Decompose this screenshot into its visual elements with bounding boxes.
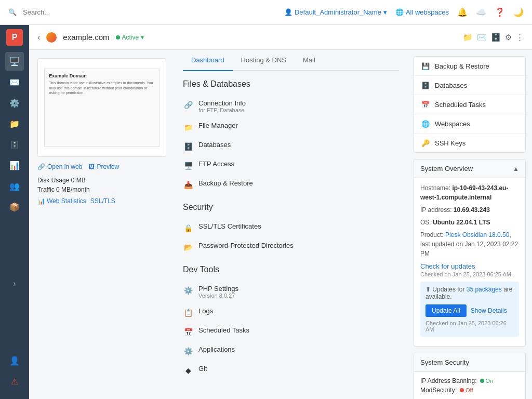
system-overview-header: System Overview ▲ — [414, 159, 525, 178]
content-area: ‹ example.com Active ▾ 📁 ✉️ 🗄️ ⚙ ⋮ — [29, 25, 532, 399]
git-item[interactable]: ◆ Git — [183, 361, 399, 380]
connection-info-icon: 🔗 — [183, 100, 193, 110]
quick-webspaces[interactable]: 🌐 Webspaces — [414, 114, 525, 134]
password-dirs-item[interactable]: 📂 Password-Protected Directories — [183, 237, 399, 257]
chart-icon: 📊 — [37, 197, 45, 205]
connection-info-item[interactable]: 🔗 Connection Info for FTP, Database — [183, 95, 399, 117]
sidebar-item-statistics[interactable]: 📊 — [5, 156, 24, 175]
php-settings-label: PHP Settings — [198, 285, 238, 292]
quick-ssh-keys[interactable]: 🔑 SSH Keys — [414, 134, 525, 152]
system-overview-section: System Overview ▲ Hostname: ip-10-69-43-… — [414, 159, 526, 347]
product-link[interactable]: Plesk Obsidian 18.0.50 — [445, 231, 509, 238]
scheduled-tasks-item[interactable]: 📅 Scheduled Tasks — [183, 322, 399, 341]
scheduled-tasks-label: Scheduled Tasks — [198, 326, 249, 334]
ftp-access-item[interactable]: 🖥️ FTP Access — [183, 156, 399, 175]
ip-banning-row: IP Address Banning: On — [420, 377, 519, 384]
preview-mock-text: This domain is for use in illustrative e… — [49, 81, 154, 96]
update-banner-text: ⬆ Updates for 35 packages are available. — [425, 286, 514, 300]
settings-sliders-icon[interactable]: ⚙ — [505, 33, 512, 42]
preview-mock-title: Example Domain — [49, 73, 154, 78]
ftp-access-label: FTP Access — [198, 160, 234, 168]
packages-link[interactable]: 35 packages — [467, 286, 502, 293]
db-quick-icon: 🗄️ — [420, 80, 431, 90]
quick-backup-restore[interactable]: 💾 Backup & Restore — [414, 57, 525, 76]
ssl-tls-link[interactable]: SSL/TLS — [90, 197, 115, 205]
modsecurity-dot — [460, 388, 464, 392]
disk-usage: Disk Usage 0 MB — [37, 177, 166, 184]
update-icon: ⬆ — [425, 286, 431, 293]
show-details-button[interactable]: Show Details — [471, 307, 507, 314]
tab-hosting-dns[interactable]: Hosting & DNS — [233, 50, 295, 71]
quick-scheduled-tasks[interactable]: 📅 Scheduled Tasks — [414, 95, 525, 114]
file-manager-icon[interactable]: 📁 — [463, 33, 473, 42]
sidebar-item-websites[interactable]: 🖥️ — [5, 52, 24, 71]
ssl-tls-icon: 🔒 — [183, 223, 193, 233]
system-security-section: System Security IP Address Banning: On M… — [414, 353, 526, 399]
system-overview-content: Hostname: ip-10-69-43-243.eu-west-1.comp… — [414, 178, 525, 346]
update-all-button[interactable]: Update All — [425, 304, 467, 317]
backup-restore-label: Backup & Restore — [198, 179, 253, 187]
product-row: Product: Plesk Obsidian 18.0.50, last up… — [420, 230, 519, 258]
sidebar-item-alert[interactable]: ⚠ — [5, 372, 24, 391]
sidebar-item-databases-nav[interactable]: 🗄️ — [5, 135, 24, 154]
cloud-icon[interactable]: ☁️ — [476, 7, 486, 17]
search-input[interactable] — [23, 8, 168, 16]
preview-mock: Example Domain This domain is for use in… — [44, 69, 159, 147]
system-overview-toggle[interactable]: ▲ — [513, 165, 519, 172]
file-manager-item[interactable]: 📁 File Manager — [183, 117, 399, 137]
more-options-icon[interactable]: ⋮ — [516, 33, 524, 42]
database-icon[interactable]: 🗄️ — [491, 33, 501, 42]
open-in-web-link[interactable]: 🔗 Open in web — [37, 163, 82, 170]
sidebar-item-users[interactable]: 👥 — [5, 177, 24, 195]
webspaces-icon: 🌐 — [420, 118, 431, 129]
tab-dashboard[interactable]: Dashboard — [183, 50, 233, 71]
status-chevron-icon: ▾ — [141, 34, 144, 41]
sidebar-item-extensions[interactable]: 📦 — [5, 197, 24, 216]
logs-item[interactable]: 📋 Logs — [183, 303, 399, 322]
topbar: 🔍 👤 Default_Administrator_Name ▾ 🌐 All w… — [0, 0, 532, 25]
traffic: Traffic 0 MB/month — [37, 186, 166, 193]
sidebar-item-mail[interactable]: ✉️ — [5, 73, 24, 91]
back-button[interactable]: ‹ — [37, 33, 40, 42]
ip-banning-dot — [480, 379, 484, 383]
notifications-icon[interactable]: 🔔 — [457, 7, 468, 17]
backup-restore-item[interactable]: 📥 Backup & Restore — [183, 175, 399, 194]
databases-item[interactable]: 🗄️ Databases — [183, 137, 399, 156]
logs-icon: 📋 — [183, 308, 193, 318]
preview-links: 🔗 Open in web 🖼 Preview — [37, 163, 166, 170]
checked-on2: Checked on Jan 25, 2023 06:26 AM — [425, 320, 514, 332]
tab-mail[interactable]: Mail — [295, 50, 324, 71]
checked-on-text: Checked on Jan 25, 2023 06:25 AM. — [420, 271, 519, 277]
hostname-row: Hostname: ip-10-69-43-243.eu-west-1.comp… — [420, 183, 519, 202]
main-panel: Dashboard Hosting & DNS Mail Files & Dat… — [175, 50, 407, 399]
php-settings-item[interactable]: ⚙️ PHP Settings Version 8.0.27 — [183, 281, 399, 303]
logs-label: Logs — [198, 307, 213, 315]
check-updates-link[interactable]: Check for updates — [420, 262, 519, 270]
topbar-user[interactable]: 👤 Default_Administrator_Name ▾ — [284, 8, 387, 16]
sidebar-collapse-toggle[interactable]: › — [5, 274, 24, 293]
globe-icon: 🌐 — [395, 8, 404, 16]
tabs: Dashboard Hosting & DNS Mail — [183, 50, 399, 71]
sidebar-bottom: 👤 ⚠ — [5, 351, 24, 395]
domain-header: ‹ example.com Active ▾ 📁 ✉️ 🗄️ ⚙ ⋮ — [29, 25, 532, 50]
quick-databases[interactable]: 🗄️ Databases — [414, 76, 525, 95]
preview-link[interactable]: 🖼 Preview — [88, 163, 119, 170]
sidebar-item-files[interactable]: 📁 — [5, 114, 24, 133]
help-icon[interactable]: ❓ — [495, 7, 505, 17]
applications-item[interactable]: ⚙️ Applications — [183, 341, 399, 361]
git-icon: ◆ — [183, 365, 193, 376]
modsecurity-row: ModSecurity: Off — [420, 387, 519, 394]
topbar-workspace[interactable]: 🌐 All webspaces — [395, 8, 449, 16]
security-title: Security — [183, 203, 399, 212]
ssl-tls-item[interactable]: 🔒 SSL/TLS Certificates — [183, 218, 399, 237]
web-statistics-link[interactable]: 📊 Web Statistics — [37, 197, 86, 205]
sidebar-item-settings[interactable]: ⚙️ — [5, 94, 24, 112]
stat-links: 📊 Web Statistics SSL/TLS — [37, 197, 166, 205]
search-icon: 🔍 — [8, 8, 17, 16]
sidebar-item-profile[interactable]: 👤 — [5, 351, 24, 370]
topbar-right: 👤 Default_Administrator_Name ▾ 🌐 All web… — [284, 7, 524, 17]
domain-status[interactable]: Active ▾ — [116, 34, 144, 41]
theme-icon[interactable]: 🌙 — [513, 7, 524, 17]
ftp-access-icon: 🖥️ — [183, 161, 193, 171]
mail-icon[interactable]: ✉️ — [477, 33, 487, 42]
